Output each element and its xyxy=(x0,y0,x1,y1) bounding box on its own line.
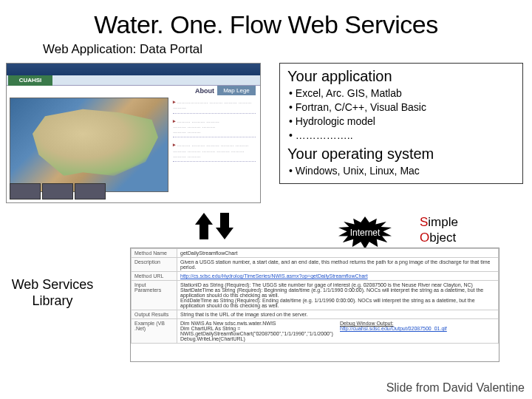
doc-output-value: String that is the URL of the image stor… xyxy=(177,310,499,319)
map-landmass xyxy=(33,106,158,176)
internet-burst: Internet xyxy=(338,216,392,249)
doc-example-value: Dim NWIS As New sdsc.nwis.water.NWIS Dim… xyxy=(177,319,499,344)
arrow-up-icon xyxy=(195,213,213,225)
soap-o-rest: bject xyxy=(429,231,456,245)
map-thumbnails xyxy=(10,183,106,200)
lib-label-1: Web Services xyxy=(12,277,94,292)
list-item: …………….. xyxy=(289,129,515,143)
doc-desc-label: Description xyxy=(132,258,177,272)
doc-url-label: Method URL xyxy=(132,272,177,281)
your-os-heading: Your operating system xyxy=(287,146,515,163)
doc-output-label: Output Results xyxy=(132,310,177,319)
slide-subtitle: Web Application: Data Portal xyxy=(0,42,532,57)
cuahsi-logo: CUAHSI xyxy=(8,75,52,86)
doc-input-label: Input Parameters xyxy=(132,281,177,310)
map-thumb xyxy=(42,183,73,200)
doc-url-value: http://cs.sdsc.edu/Hydrolog/TimeSeries/N… xyxy=(177,272,499,281)
doc-desc-value: Given a USGS station number, a start dat… xyxy=(177,258,499,272)
slide-title: Water. One. Flow Web Services xyxy=(0,0,532,42)
map-screenshot: CUAHSI About Map Lege ▸ ………………… ……… ……… … xyxy=(6,63,261,203)
list-item: Hydrologic model xyxy=(289,115,515,129)
soap-s-rest: imple xyxy=(428,215,458,229)
map-thumb xyxy=(75,183,106,200)
web-services-library-label: Web Services Library xyxy=(4,277,100,309)
doc-example-code: Dim NWIS As New sdsc.nwis.water.NWIS Dim… xyxy=(180,321,335,341)
list-item: Windows, Unix, Linux, Mac xyxy=(289,164,515,178)
internet-label: Internet xyxy=(338,216,392,249)
bidirectional-arrows-icon xyxy=(192,213,236,245)
map-sidebar: ▸ ………………… ……… ……… ……… ……… ▸ ……… ……… …………… xyxy=(171,98,257,201)
your-application-heading: Your application xyxy=(287,68,515,85)
doc-input-value: StationID as String (Required): The USGS… xyxy=(177,281,499,310)
doc-example-out-value: http://cuahsi.sdsc.edu/Output/02087500_0… xyxy=(340,326,447,331)
doc-method-value: getDailyStreamflowChart xyxy=(177,249,499,258)
doc-method-label: Method Name xyxy=(132,249,177,258)
arrow-down-icon xyxy=(216,228,233,239)
api-doc-table: Method Name getDailyStreamflowChart Desc… xyxy=(131,248,499,344)
map-canvas xyxy=(10,98,168,192)
map-thumb xyxy=(10,183,41,200)
lib-label-2: Library xyxy=(32,293,72,308)
list-item: Fortran, C/C++, Visual Basic xyxy=(289,100,515,115)
map-about-link: About xyxy=(195,87,214,95)
api-doc-screenshot: Method Name getDailyStreamflowChart Desc… xyxy=(130,248,499,362)
application-list: Excel, Arc. GIS, Matlab Fortran, C/C++, … xyxy=(287,86,515,143)
soap-s: S xyxy=(420,215,428,229)
os-list: Windows, Unix, Linux, Mac xyxy=(287,164,515,178)
map-titlebar xyxy=(7,64,260,75)
soap-o: O xyxy=(420,231,429,245)
slide-credit: Slide from David Valentine xyxy=(386,381,525,395)
application-info-box: Your application Excel, Arc. GIS, Matlab… xyxy=(279,63,523,184)
doc-example-label: Example (VB .Net) xyxy=(132,319,177,344)
list-item: Excel, Arc. GIS, Matlab xyxy=(289,86,515,100)
doc-example-out-label: Debug Window Output: xyxy=(340,321,495,326)
map-legend-button: Map Lege xyxy=(217,86,256,95)
